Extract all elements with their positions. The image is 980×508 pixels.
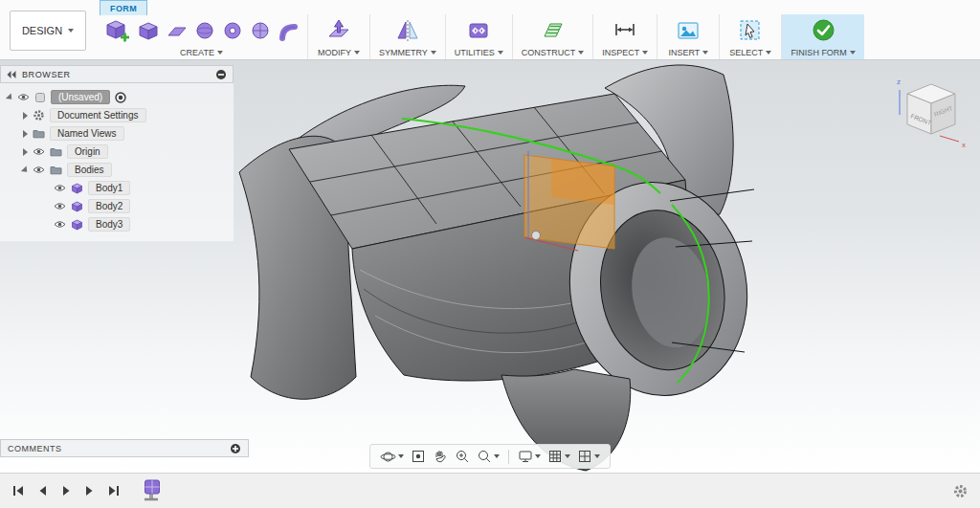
comments-panel[interactable]: COMMENTS: [0, 439, 249, 457]
finish-form-check-icon[interactable]: [811, 17, 836, 43]
finish-form-button[interactable]: FINISH FORM: [791, 45, 856, 59]
pipe-primitive-icon[interactable]: [278, 20, 299, 41]
modify-menu-button[interactable]: MODIFY: [318, 45, 360, 59]
visibility-eye-icon[interactable]: [33, 166, 45, 174]
sphere-primitive-icon[interactable]: [194, 20, 215, 41]
tree-item-label[interactable]: Body3: [88, 217, 130, 232]
top-toolbar: DESIGN FORM: [0, 0, 980, 60]
active-document-radio-icon[interactable]: [115, 92, 126, 103]
timeline-form-feature-icon[interactable]: [142, 478, 163, 503]
select-cursor-icon[interactable]: [738, 18, 763, 43]
chevron-down-icon: [642, 51, 648, 55]
construction-plane-icon[interactable]: [541, 18, 566, 43]
utilities-icon[interactable]: [466, 18, 491, 43]
construct-menu-button[interactable]: CONSTRUCT: [522, 45, 585, 59]
zoom-window-icon: [477, 449, 492, 464]
add-comment-icon[interactable]: [230, 443, 241, 454]
tree-item-label[interactable]: Body1: [88, 181, 130, 195]
utilities-menu-button[interactable]: UTILITIES: [455, 45, 503, 59]
tree-row-named-views: Named Views: [0, 124, 234, 143]
torus-primitive-icon[interactable]: [222, 20, 243, 41]
chevron-down-icon: [354, 51, 360, 55]
finish-form-label: FINISH FORM: [791, 48, 847, 57]
step-forward-icon[interactable]: [83, 484, 97, 497]
chevron-down-icon: [217, 51, 223, 55]
orbit-button[interactable]: [378, 448, 406, 466]
play-icon[interactable]: [59, 484, 73, 497]
mirror-symmetry-icon[interactable]: [395, 18, 420, 43]
select-menu-label: SELECT: [729, 48, 763, 57]
insert-menu-button[interactable]: INSERT: [668, 45, 708, 59]
viewcube[interactable]: z x FRONT RIGHT: [890, 71, 972, 151]
inspect-menu-button[interactable]: INSPECT: [602, 45, 648, 59]
chevron-down-icon: [766, 51, 771, 55]
body-icon: [71, 200, 83, 212]
tree-item-label[interactable]: Body2: [88, 199, 130, 213]
expander-icon[interactable]: [23, 148, 28, 156]
box-icon[interactable]: [104, 17, 130, 43]
body-icon: [71, 218, 83, 231]
viewports-button[interactable]: [575, 448, 602, 465]
chevron-down-icon: [702, 51, 708, 55]
tree-item-label[interactable]: Named Views: [50, 126, 124, 141]
tree-row-body3: Body3: [0, 215, 234, 233]
tab-form[interactable]: FORM: [100, 0, 147, 15]
zoom-window-button[interactable]: [475, 448, 501, 465]
browser-tree: (Unsaved) Document Settings Named View: [0, 83, 234, 241]
chevron-down-icon: [431, 51, 436, 55]
toolbar-group-create: CREATE: [96, 14, 307, 59]
select-menu-button[interactable]: SELECT: [729, 45, 771, 59]
cube-primitive-icon[interactable]: [137, 19, 160, 42]
pan-button[interactable]: [431, 448, 450, 465]
look-at-icon: [411, 449, 426, 464]
visibility-eye-icon[interactable]: [17, 93, 30, 101]
visibility-eye-icon[interactable]: [54, 184, 66, 192]
create-menu-button[interactable]: CREATE: [180, 45, 223, 59]
symmetry-menu-button[interactable]: SYMMETRY: [379, 45, 436, 59]
measure-icon[interactable]: [612, 18, 637, 43]
toolbar-group-utilities: UTILITIES: [445, 14, 512, 59]
tree-row-document-settings: Document Settings: [0, 106, 234, 124]
expander-icon[interactable]: [23, 112, 28, 120]
display-settings-button[interactable]: [516, 448, 543, 465]
folder-icon: [50, 166, 62, 175]
expander-icon[interactable]: [21, 166, 30, 174]
visibility-eye-icon[interactable]: [33, 147, 45, 156]
browser-panel: BROWSER (Unsaved): [0, 65, 234, 241]
insert-image-icon[interactable]: [676, 18, 701, 43]
folder-icon: [50, 147, 62, 157]
visibility-eye-icon[interactable]: [54, 220, 66, 229]
tree-item-label[interactable]: Bodies: [67, 163, 112, 177]
document-name[interactable]: (Unsaved): [51, 90, 110, 104]
grid-snaps-button[interactable]: [546, 448, 572, 465]
quadball-primitive-icon[interactable]: [250, 20, 271, 41]
chevron-down-icon: [498, 51, 503, 55]
tree-item-label[interactable]: Origin: [67, 144, 108, 159]
orbit-icon: [380, 449, 396, 465]
toolbar-group-select: SELECT: [719, 14, 781, 59]
gear-icon[interactable]: [952, 483, 969, 499]
edit-form-icon[interactable]: [326, 18, 351, 43]
panel-minimize-icon[interactable]: [215, 69, 227, 80]
plane-primitive-icon[interactable]: [167, 20, 188, 41]
zoom-button[interactable]: [453, 448, 472, 465]
viewport-3d[interactable]: BROWSER (Unsaved): [0, 59, 980, 474]
insert-menu-label: INSERT: [668, 48, 700, 57]
chevron-down-icon: [850, 51, 856, 55]
step-back-icon[interactable]: [35, 484, 49, 497]
timeline-bar: [0, 473, 980, 508]
look-at-button[interactable]: [409, 448, 428, 465]
collapse-panel-icon[interactable]: [7, 71, 16, 78]
tree-item-label[interactable]: Document Settings: [50, 108, 146, 122]
expander-icon[interactable]: [6, 93, 14, 101]
go-to-end-icon[interactable]: [107, 484, 121, 497]
workspace-switcher-button[interactable]: DESIGN: [10, 11, 86, 51]
go-to-start-icon[interactable]: [11, 484, 25, 497]
toolbar-group-insert: INSERT: [657, 14, 719, 59]
comments-title: COMMENTS: [8, 444, 62, 453]
expander-icon[interactable]: [23, 130, 28, 138]
body-icon: [71, 182, 83, 194]
visibility-eye-icon[interactable]: [54, 202, 66, 210]
toolbar-group-finish-form: FINISH FORM: [781, 14, 864, 59]
zoom-icon: [455, 449, 470, 464]
